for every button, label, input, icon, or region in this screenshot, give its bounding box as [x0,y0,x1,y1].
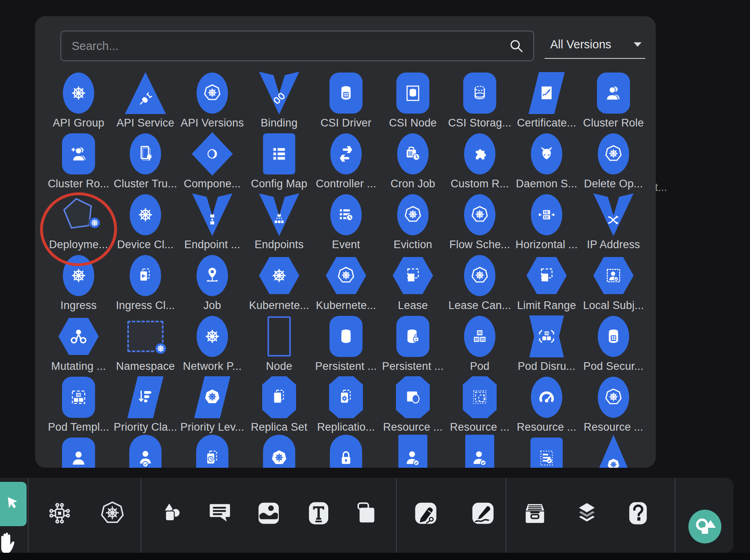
pen-tool[interactable] [413,500,439,526]
library-item-limit-range[interactable]: Limit Range [513,251,580,312]
library-item-pod-disruption-budget[interactable]: Pod Disru... [513,312,580,373]
app-logo-icon [688,509,722,544]
library-item-node[interactable]: Node [246,312,313,373]
library-item-row7-1[interactable] [45,433,112,468]
row7-2-icon [129,435,162,468]
library-item-label: Ingress Cl... [116,299,175,312]
library-item-replica-set[interactable]: Replica Set [246,373,313,433]
library-item-label: Config Map [251,178,307,190]
app-logo[interactable] [688,509,722,544]
library-item-horizontal-pod-autoscaler[interactable]: Horizontal ... [513,190,580,251]
marker-tool[interactable] [470,500,496,526]
library-item-cluster-role-binding[interactable]: Cluster Ro... [45,129,112,190]
library-item-api-service[interactable]: API Service [112,68,179,129]
library-item-endpoints[interactable]: Endpoints [246,190,313,251]
library-item-lease-candidate[interactable]: Lease Can... [446,251,513,312]
library-item-local-subject-access[interactable]: Local Subj... [580,251,647,312]
search-box [60,31,534,61]
library-item-csi-node[interactable]: CSI Node [379,68,446,129]
architecture-tool[interactable] [47,500,73,526]
library-item-delete-options[interactable]: Delete Op... [580,129,647,190]
resource-4-icon [598,377,629,418]
library-item-network-policy[interactable]: Network P... [179,312,246,373]
library-item-pod-security[interactable]: Pod Secur... [580,312,647,373]
library-item-flow-schema[interactable]: Flow Sche... [446,190,513,251]
library-item-row7-6[interactable] [379,433,446,468]
library-item-event[interactable]: Event [313,190,379,251]
canvas[interactable]: t... All Versions API GroupAPI ServiceAP… [0,0,750,560]
library-item-kubernetes-2[interactable]: Kubernete... [313,251,379,312]
library-item-config-map[interactable]: Config Map [246,129,313,190]
library-item-priority-level[interactable]: Priority Lev... [179,373,246,433]
library-item-cron-job[interactable]: Cron Job [379,129,446,190]
row7-7-icon [465,435,494,468]
row7-1-icon [62,438,95,468]
library-item-row7-4[interactable] [246,433,313,468]
library-item-row7-8[interactable] [513,433,580,468]
library-item-label: Persistent ... [382,360,444,373]
library-item-cluster-trust[interactable]: Cluster Tru... [112,129,179,190]
library-item-component-status[interactable]: Compone... [179,129,246,190]
archive-icon [522,500,548,526]
library-item-resource-2[interactable]: Resource ... [446,373,513,433]
library-item-replication-controller[interactable]: Replicatio... [313,373,379,433]
library-item-label: IP Address [587,239,640,251]
comment-tool[interactable] [207,500,233,526]
kubernetes-library-tool[interactable] [99,500,125,526]
library-item-resource-1[interactable]: Resource ... [379,373,446,433]
library-item-persistent-volume[interactable]: Persistent ... [313,312,379,373]
component-status-icon [192,132,233,176]
library-item-daemon-set[interactable]: Daemon S... [513,129,580,190]
library-item-mutating-webhook[interactable]: Mutating ... [45,312,112,373]
library-item-device-class[interactable]: Device Cl... [112,190,179,251]
version-filter-dropdown[interactable]: All Versions [545,31,645,59]
red-ellipse-annotation[interactable] [38,191,119,268]
library-item-api-versions[interactable]: API Versions [179,68,246,129]
library-item-api-group[interactable]: API Group [45,68,112,129]
library-item-label: Resource ... [450,421,510,433]
library-item-controller-revision[interactable]: Controller ... [313,129,379,190]
csi-driver-icon [329,73,363,114]
library-item-pod-template[interactable]: Pod Templ... [45,373,112,433]
library-item-resource-4[interactable]: Resource ... [580,373,647,433]
library-item-ingress-class[interactable]: Ingress Cl... [112,251,179,312]
library-item-resource-3[interactable]: Resource ... [513,373,580,433]
library-item-lease[interactable]: Lease [379,251,446,312]
search-input[interactable] [61,39,508,53]
library-item-label: Resource ... [517,421,576,433]
library-item-row7-7[interactable] [446,433,513,468]
library-item-csi-driver[interactable]: CSI Driver [313,68,379,129]
library-item-row7-3[interactable] [179,433,246,468]
library-item-row7-2[interactable] [112,433,179,468]
library-item-cluster-role[interactable]: Cluster Role [580,68,647,129]
library-item-label: API Group [53,117,104,129]
library-item-csi-storage[interactable]: CSI Storag... [446,68,513,129]
note-tool[interactable] [354,500,380,526]
library-item-eviction[interactable]: Eviction [379,190,446,251]
library-item-kubernetes-1[interactable]: Kubernete... [246,251,313,312]
text-tool[interactable] [306,500,331,526]
layers-tool[interactable] [574,500,600,526]
library-item-persistent-volume-claim[interactable]: Persistent ... [379,312,446,373]
library-item-priority-class[interactable]: Priority Cla... [112,373,179,433]
endpoint-slice-icon [192,193,232,236]
shapes-tool[interactable] [159,500,185,526]
help-button[interactable] [625,500,651,526]
library-item-namespace[interactable]: Namespace [112,312,179,373]
library-item-label: Eviction [394,239,432,251]
archive-tool[interactable] [522,500,548,526]
canvas-clipped-text[interactable]: t... [655,181,667,194]
event-icon [330,194,362,235]
image-tool[interactable] [256,500,282,526]
library-item-job[interactable]: Job [179,251,246,312]
library-item-pod[interactable]: Pod [446,312,513,373]
library-item-ip-address[interactable]: IP Address [580,190,647,251]
library-item-certificate[interactable]: Certificate... [513,68,580,129]
library-item-custom-resource[interactable]: Custom R... [446,129,513,190]
select-tool[interactable] [0,482,27,526]
library-item-row7-9[interactable] [580,433,647,468]
library-item-binding[interactable]: Binding [246,68,313,129]
library-item-row7-5[interactable] [313,433,379,468]
library-item-endpoint-slice[interactable]: Endpoint ... [179,190,246,251]
library-item-label: CSI Node [389,117,437,129]
